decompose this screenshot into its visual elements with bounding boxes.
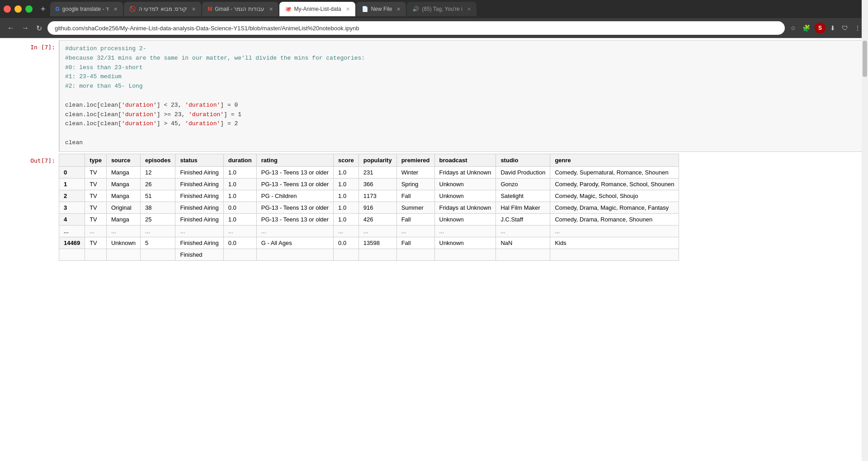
comment-5: #2: more than 45- Long [65, 83, 143, 89]
shield-icon[interactable]: 🛡 [840, 23, 850, 33]
window-controls [4, 5, 33, 13]
tab-favicon: 🐙 [285, 6, 292, 12]
cell-broadcast: Unknown [434, 213, 496, 225]
cell-rating: ... [256, 225, 333, 237]
cell-studio: Satelight [496, 190, 550, 202]
cell-score: 0.0 [334, 237, 359, 249]
cell-broadcast: Unknown [434, 237, 496, 249]
tab-title: Gmail - עבודות הגמר [215, 6, 264, 12]
refresh-button[interactable]: ↻ [34, 22, 44, 34]
cell-type: TV [85, 178, 107, 190]
cell-premiered: ... [396, 225, 434, 237]
extensions-icon[interactable]: 🧩 [801, 23, 812, 33]
cell-popularity: 426 [359, 213, 396, 225]
table-header-row: type source episodes status duration rat… [59, 154, 679, 166]
col-header-premiered: premiered [396, 154, 434, 166]
code-line-5: #2: more than 45- Long [65, 82, 862, 91]
table-row: 14469TVUnknown5Finished Airing0.0G - All… [59, 237, 679, 249]
tab-my-anime-list[interactable]: 🐙 My-Anime-List-data ✕ [279, 2, 355, 16]
cell-rating [256, 249, 333, 260]
cell-popularity: 231 [359, 166, 396, 178]
cell-popularity: 13598 [359, 237, 396, 249]
cell-episodes: ... [141, 225, 175, 237]
tab-google-translate[interactable]: G google translate - ד ✕ [50, 2, 123, 16]
window-minimize-button[interactable] [14, 5, 22, 13]
cell-genre [550, 249, 679, 260]
cell-genre: Comedy, Supernatural, Romance, Shounen [550, 166, 679, 178]
cell-type: ... [85, 225, 107, 237]
cell-popularity: 366 [359, 178, 396, 190]
table-row: ....................................... [59, 225, 679, 237]
output-cell-7: Out[7]: type source episodes status dura… [0, 154, 868, 261]
cell-genre: ... [550, 225, 679, 237]
tab-close-icon[interactable]: ✕ [467, 6, 471, 12]
code-line-3: #0: less than 23-short [65, 63, 862, 73]
dataframe-table: type source episodes status duration rat… [59, 154, 679, 261]
cell-broadcast: Fridays at Unknown [434, 202, 496, 213]
cell-status: Finished Airing [175, 237, 223, 249]
table-row: Finished [59, 249, 679, 260]
code-line-6: clean.loc[clean['duration'] < 23, 'durat… [65, 101, 862, 110]
cell-type [85, 249, 107, 260]
tab-title: קורס: מבוא למדעי ה [139, 6, 187, 12]
address-input[interactable] [47, 21, 785, 35]
cell-status: Finished Airing [175, 178, 223, 190]
scrollbar-thumb[interactable] [863, 41, 867, 77]
back-button[interactable]: ← [5, 22, 16, 34]
tab-course[interactable]: 🚫 קורס: מבוא למדעי ה ✕ [124, 2, 201, 16]
tab-gmail[interactable]: M Gmail - עבודות הגמר ✕ [202, 2, 278, 16]
code-line-blank-1 [65, 91, 862, 101]
tab-close-icon[interactable]: ✕ [269, 6, 273, 12]
bookmark-icon[interactable]: ☆ [788, 23, 798, 33]
cell-source: Manga [106, 190, 140, 202]
cell-score: 1.0 [334, 166, 359, 178]
tab-close-icon[interactable]: ✕ [192, 6, 196, 12]
cell-source: Manga [106, 213, 140, 225]
cell-broadcast: Unknown [434, 190, 496, 202]
tab-more[interactable]: 🔊 (85) Tag, You're i ✕ [407, 2, 476, 16]
code-line-4: #1: 23-45 medium [65, 72, 862, 82]
menu-icon[interactable]: ⋮ [853, 23, 863, 33]
cell-idx: 1 [59, 178, 85, 190]
cell-score [334, 249, 359, 260]
address-bar: ← → ↻ ☆ 🧩 S ⬇ 🛡 ⋮ [0, 18, 868, 38]
cell-idx: 3 [59, 202, 85, 213]
tab-favicon: G [56, 6, 60, 12]
cell-broadcast: ... [434, 225, 496, 237]
tab-close-icon[interactable]: ✕ [396, 6, 401, 12]
profile-icon[interactable]: S [815, 23, 826, 33]
cell-premiered: Summer [396, 202, 434, 213]
page-scrollbar[interactable] [862, 0, 868, 461]
cell-rating: PG-13 - Teens 13 or older [256, 202, 333, 213]
cell-genre: Kids [550, 237, 679, 249]
tab-favicon: 🔊 [412, 6, 419, 12]
tab-close-icon[interactable]: ✕ [113, 6, 118, 12]
forward-button[interactable]: → [20, 22, 31, 34]
new-tab-button[interactable]: + [37, 5, 49, 14]
cell-idx: ... [59, 225, 85, 237]
cell-broadcast: Unknown [434, 178, 496, 190]
cell-studio: J.C.Staff [496, 213, 550, 225]
code-line-2: #because 32/31 mins are the same in our … [65, 54, 862, 63]
tab-title: New File [371, 6, 392, 12]
code-line-8: clean.loc[clean['duration'] > 45, 'durat… [65, 119, 862, 129]
col-header-studio: studio [496, 154, 550, 166]
col-header-duration: duration [223, 154, 256, 166]
code-cell-7[interactable]: #duration processing 2- #because 32/31 m… [59, 40, 868, 152]
cell-premiered: Fall [396, 237, 434, 249]
download-icon[interactable]: ⬇ [828, 23, 837, 33]
col-header-rating: rating [256, 154, 333, 166]
cell-genre: Comedy, Drama, Magic, Romance, Fantasy [550, 202, 679, 213]
tab-new-file[interactable]: 📄 New File ✕ [356, 2, 406, 16]
comment-1: #duration processing 2- [65, 45, 146, 52]
window-maximize-button[interactable] [25, 5, 33, 13]
tab-title: google translate - ד [62, 6, 109, 12]
cell-studio: ... [496, 225, 550, 237]
cell-duration: 0.0 [223, 237, 256, 249]
tab-close-icon[interactable]: ✕ [346, 6, 350, 12]
cell-source: Manga [106, 178, 140, 190]
window-close-button[interactable] [4, 5, 11, 13]
cell-idx [59, 249, 85, 260]
cell-rating: PG - Children [256, 190, 333, 202]
dataframe-output: type source episodes status duration rat… [59, 154, 868, 261]
